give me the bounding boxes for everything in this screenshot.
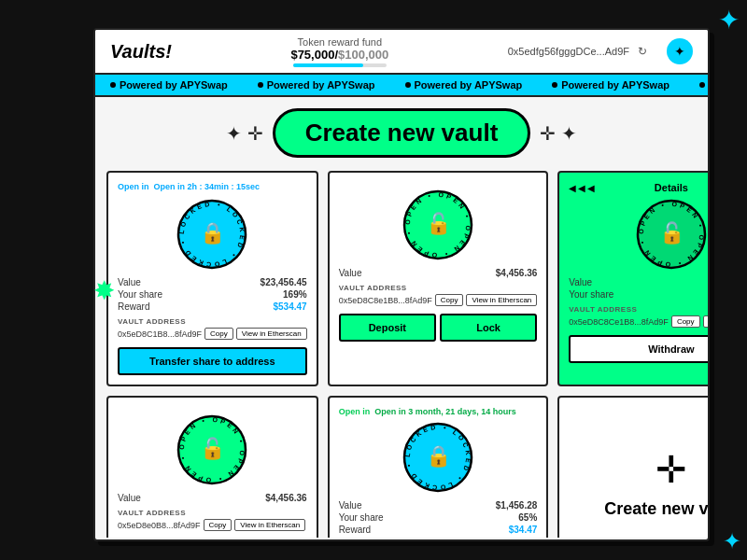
card2-deposit-btn[interactable]: Deposit: [339, 314, 436, 342]
card2-copy-btn[interactable]: Copy: [435, 294, 464, 306]
card2-value-row: Value $4,456.36: [339, 268, 538, 278]
card2-action-buttons: Deposit Lock: [339, 314, 538, 342]
card3-address-label: VAULT ADDRESS: [569, 305, 708, 314]
card1-action-btn[interactable]: Transfer share to address: [118, 347, 307, 375]
card2-lock-btn[interactable]: Lock: [440, 314, 537, 342]
card4-value-row: Value $4,456.36: [118, 493, 307, 503]
card5-reward-row: Reward $34.47: [339, 525, 538, 535]
ticker-item: Powered by APYSwap: [390, 79, 538, 91]
settings-button[interactable]: ✦: [667, 38, 693, 64]
card3-copy-btn[interactable]: Copy: [671, 315, 700, 328]
card3-prev-arrows: ◀ ◀ ◀: [569, 183, 595, 193]
vault-card-2: 🔓 OPEN • OPEN • OPEN • OPEN • Value $4,4…: [328, 171, 549, 386]
card1-reward-row: Reward $534.47: [118, 301, 307, 312]
card4-address-row: 0x5eD8e0B8...8fAd9F Copy View in Ethersc…: [118, 519, 307, 531]
card1-value-row: Value $23,456.45: [118, 277, 307, 287]
ticker-bar: Powered by APYSwap Powered by APYSwap Po…: [95, 75, 708, 97]
card3-values: Value $3,456.58 Your share 75%: [569, 277, 708, 300]
deco-cross-left: ✦ ✛: [226, 122, 263, 145]
create-vault-label: Create new vault: [604, 499, 708, 519]
card2-address: 0x5eD8C8e1B8...8fAd9F: [339, 296, 432, 305]
vault-cards-grid: Open in Open in 2h : 34min : 15sec 🔒 LOC…: [106, 171, 697, 538]
card1-share-row: Your share 169%: [118, 289, 307, 300]
reward-progress-fill: [293, 63, 363, 67]
reward-fund-value: $75,000/$100,000: [290, 48, 388, 62]
page-title: Create new vault: [273, 108, 531, 158]
card5-lock-badge: 🔒 LOCKED • LOCKED • LOCKED •: [401, 420, 475, 495]
ticker-item: Powered by APYSwap: [95, 79, 243, 91]
card5-value-row: Value $1,456.28: [339, 500, 538, 511]
vault-card-4: 🔓 OPEN • OPEN • OPEN • OPEN • Value $4,4…: [106, 396, 318, 538]
vault-card-1: Open in Open in 2h : 34min : 15sec 🔒 LOC…: [106, 171, 318, 386]
header: Vaults! Token reward fund $75,000/$100,0…: [95, 30, 708, 75]
card3-share-row: Your share 75%: [569, 289, 708, 300]
card1-address-label: VAULT ADDRESS: [118, 317, 307, 326]
card4-lock-badge: 🔓 OPEN • OPEN • OPEN • OPEN •: [175, 413, 249, 487]
card1-lock-badge: 🔒 LOCKED • LOCKED • LOCKED •: [175, 197, 249, 272]
ticker-item: Powered by APYSwap: [537, 79, 684, 91]
card4-address: 0x5eD8e0B8...8fAd9F: [118, 521, 201, 530]
create-new-vault-card[interactable]: ✛ Create new vault: [557, 396, 708, 538]
card1-copy-btn[interactable]: Copy: [204, 328, 233, 340]
ticker-content: Powered by APYSwap Powered by APYSwap Po…: [95, 79, 708, 91]
reward-progress-bar: [293, 63, 387, 67]
card5-share-row: Your share 65%: [339, 512, 538, 523]
app-logo: Vaults!: [110, 41, 172, 63]
wallet-address-display: 0x5edfg56fgggDCe...Ad9F ↻: [508, 42, 652, 61]
card4-etherscan-btn[interactable]: View in Etherscan: [234, 519, 305, 531]
card3-details-header: ◀ ◀ ◀ Details ▶ ▶ ▶: [569, 182, 708, 193]
vault-card-3: ◀ ◀ ◀ Details ▶ ▶ ▶ 🔓: [557, 171, 708, 386]
left-arrow-icon[interactable]: ◀: [569, 183, 576, 193]
card1-values: Value $23,456.45 Your share 169% Reward …: [118, 277, 307, 312]
card1-timer: Open in Open in 2h : 34min : 15sec: [118, 182, 307, 191]
card1-address-row: 0x5eD8C1B8...8fAd9F Copy View in Ethersc…: [118, 328, 307, 340]
ticker-item: Powered by APYSwap: [684, 79, 708, 91]
card3-details-label: Details: [655, 182, 688, 193]
gear-icon: ✦: [674, 44, 685, 59]
left-arrow-icon3[interactable]: ◀: [587, 183, 595, 193]
svg-text:🔒: 🔒: [200, 220, 226, 245]
card3-address-row: 0x5eD8C8Ce1B8...8fAd9F Copy View in Ethe…: [569, 315, 708, 328]
svg-text:🔓: 🔓: [425, 211, 451, 236]
card4-address-label: VAULT ADDRESS: [118, 509, 307, 517]
svg-text:🔓: 🔓: [658, 220, 684, 245]
star-cross-icon: ✛: [655, 451, 687, 488]
card1-address: 0x5eD8C1B8...8fAd9F: [118, 329, 202, 339]
left-arrow-icon2[interactable]: ◀: [578, 183, 585, 193]
card3-value-row: Value $3,456.58: [569, 277, 708, 287]
card2-address-label: VAULT ADDRESS: [339, 284, 538, 292]
ticker-item: Powered by APYSwap: [243, 79, 390, 91]
card3-withdraw-btn[interactable]: Withdraw: [569, 335, 708, 363]
vault-card-5: Open in Open in 3 month, 21 days, 14 hou…: [328, 396, 549, 538]
card4-values: Value $4,456.36: [118, 493, 307, 503]
deco-cross-right: ✛ ✦: [540, 122, 577, 145]
jagged-deco-bottom-right: ✦: [723, 528, 741, 554]
deco-spike-top-right: ✦: [718, 7, 740, 34]
card1-etherscan-btn[interactable]: View in Etherscan: [236, 328, 307, 340]
card5-values: Value $1,456.28 Your share 65% Reward $3…: [339, 500, 538, 535]
card5-timer: Open in Open in 3 month, 21 days, 14 hou…: [339, 407, 538, 416]
card3-etherscan-btn[interactable]: View in Etherscan: [703, 315, 708, 328]
svg-text:🔓: 🔓: [200, 436, 226, 461]
card4-copy-btn[interactable]: Copy: [204, 519, 233, 531]
card3-address: 0x5eD8C8Ce1B8...8fAd9F: [569, 317, 669, 327]
page-header: ✦ ✛ Create new vault ✛ ✦: [106, 108, 697, 158]
page-content: ✦ ✛ Create new vault ✛ ✦ Open in Open in…: [95, 97, 708, 538]
refresh-icon[interactable]: ↻: [633, 42, 652, 61]
svg-text:🔒: 🔒: [425, 443, 451, 469]
reward-fund-section: Token reward fund $75,000/$100,000: [187, 36, 493, 67]
jagged-deco-left: ✸: [93, 275, 115, 306]
card2-address-row: 0x5eD8C8e1B8...8fAd9F Copy View in Ether…: [339, 294, 538, 306]
card2-lock-badge: 🔓 OPEN • OPEN • OPEN • OPEN •: [401, 188, 475, 262]
main-window: Vaults! Token reward fund $75,000/$100,0…: [93, 28, 710, 541]
reward-fund-label: Token reward fund: [187, 36, 493, 48]
card2-etherscan-btn[interactable]: View in Etherscan: [466, 294, 537, 306]
card2-values: Value $4,456.36: [339, 268, 538, 278]
card3-lock-badge: 🔓 OPEN • OPEN • OPEN • OPEN •: [634, 197, 708, 272]
